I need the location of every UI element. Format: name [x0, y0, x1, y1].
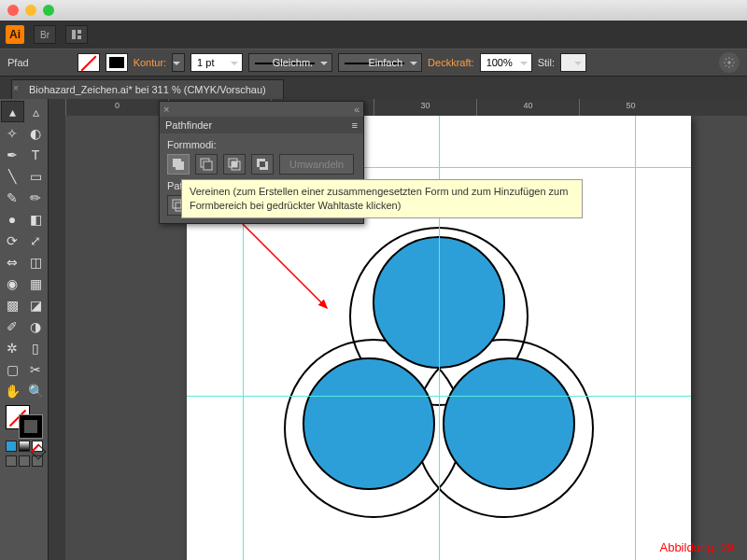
selection-tool[interactable]: ▴: [1, 101, 24, 122]
panel-collapse-icon[interactable]: «: [354, 104, 359, 115]
ruler-mark: 0: [65, 99, 168, 116]
ruler-mark: 50: [579, 99, 682, 116]
style-label: Stil:: [538, 57, 555, 68]
panel-title: Pathfinder: [165, 119, 212, 131]
perspective-grid-tool[interactable]: ▦: [24, 273, 48, 294]
svg-rect-19: [260, 161, 265, 167]
zoom-tool[interactable]: 🔍: [24, 380, 48, 401]
panel-options-button[interactable]: [719, 52, 740, 73]
panel-title-bar[interactable]: Pathfinder ≡: [160, 117, 363, 133]
minus-front-button[interactable]: [195, 154, 218, 175]
stroke-label: Kontur:: [134, 57, 166, 68]
selection-type-label: Pfad: [7, 57, 29, 68]
figure-label: Abbildung: 29: [659, 540, 734, 554]
line-tool[interactable]: ╲: [1, 165, 24, 187]
app-menubar: Ai Br: [0, 21, 747, 49]
svg-rect-2: [78, 35, 81, 39]
width-tool[interactable]: ⇔: [1, 251, 24, 273]
graphic-style-dropdown[interactable]: [560, 53, 586, 72]
guide-vertical[interactable]: [635, 116, 636, 560]
expand-button[interactable]: Umwandeln: [279, 154, 354, 175]
direct-selection-tool[interactable]: ▵: [24, 101, 48, 122]
mesh-tool[interactable]: ▩: [1, 294, 24, 315]
unite-button[interactable]: [167, 154, 190, 175]
symbol-sprayer-tool[interactable]: ✲: [1, 337, 24, 358]
rectangle-tool[interactable]: ▭: [24, 165, 48, 187]
fill-stroke-colors[interactable]: [6, 405, 43, 439]
svg-point-9: [444, 358, 574, 489]
document-tab-bar: × Biohazard_Zeichen.ai* bei 311 % (CMYK/…: [0, 77, 747, 99]
fill-swatch[interactable]: [78, 53, 100, 72]
rotate-tool[interactable]: ⟳: [1, 230, 24, 251]
paintbrush-tool[interactable]: ✎: [1, 187, 24, 208]
eyedropper-tool[interactable]: ✐: [1, 315, 24, 337]
svg-rect-16: [232, 161, 237, 167]
free-transform-tool[interactable]: ◫: [24, 251, 48, 273]
shape-modes-label: Formmodi:: [167, 139, 356, 150]
blob-brush-tool[interactable]: ●: [1, 208, 24, 230]
tooltip: Vereinen (zum Erstellen einer zusammenge…: [181, 179, 583, 218]
hand-tool[interactable]: ✋: [1, 380, 24, 401]
panel-close-icon[interactable]: ×: [163, 104, 169, 115]
document-tab[interactable]: × Biohazard_Zeichen.ai* bei 311 % (CMYK/…: [11, 79, 284, 99]
type-tool[interactable]: T: [24, 144, 48, 165]
svg-rect-13: [204, 161, 212, 170]
close-window-button[interactable]: [7, 5, 19, 16]
gradient-tool[interactable]: ◪: [24, 294, 48, 315]
app-logo: Ai: [6, 25, 24, 44]
artboard-tool[interactable]: ▢: [1, 358, 24, 380]
svg-rect-0: [72, 30, 76, 39]
pen-tool[interactable]: ✒: [1, 144, 24, 165]
window-titlebar: [0, 0, 747, 21]
control-bar: Pfad Kontur: 1 pt Gleichm. Einfach Deckk…: [0, 49, 747, 77]
ruler-mark: 30: [374, 99, 476, 116]
svg-point-3: [727, 61, 731, 64]
opacity-dropdown[interactable]: 100%: [480, 53, 532, 72]
variable-width-profile-dropdown[interactable]: Gleichm.: [248, 53, 332, 72]
opacity-label: Deckkraft:: [428, 57, 474, 68]
scale-tool[interactable]: ⤢: [24, 230, 48, 251]
column-graph-tool[interactable]: ▯: [24, 337, 48, 358]
minimize-window-button[interactable]: [25, 5, 36, 16]
exclude-button[interactable]: [251, 154, 274, 175]
color-mode-buttons[interactable]: [6, 441, 43, 452]
close-tab-icon[interactable]: ×: [10, 83, 21, 93]
vertical-ruler: [49, 99, 65, 560]
arrange-documents-button[interactable]: [65, 25, 88, 44]
svg-rect-20: [173, 200, 181, 208]
eraser-tool[interactable]: ◧: [24, 208, 48, 230]
bridge-button[interactable]: Br: [34, 25, 56, 44]
magic-wand-tool[interactable]: ✧: [1, 122, 24, 144]
maximize-window-button[interactable]: [43, 5, 54, 16]
svg-rect-11: [176, 161, 184, 170]
stroke-weight-dropdown[interactable]: 1 pt: [190, 53, 243, 72]
svg-rect-1: [78, 30, 81, 34]
document-tab-title: Biohazard_Zeichen.ai* bei 311 % (CMYK/Vo…: [29, 84, 266, 95]
workspace: ▴▵ ✧◐ ✒T ╲▭ ✎✏ ●◧ ⟳⤢ ⇔◫ ◉▦ ▩◪ ✐◑ ✲▯ ▢✂ ✋…: [0, 99, 747, 560]
tools-panel: ▴▵ ✧◐ ✒T ╲▭ ✎✏ ●◧ ⟳⤢ ⇔◫ ◉▦ ▩◪ ✐◑ ✲▯ ▢✂ ✋…: [0, 99, 49, 560]
stroke-arrow-button[interactable]: [172, 53, 185, 72]
lasso-tool[interactable]: ◐: [24, 122, 48, 144]
pencil-tool[interactable]: ✏: [24, 187, 48, 208]
blend-tool[interactable]: ◑: [24, 315, 48, 337]
brush-definition-dropdown[interactable]: Einfach: [338, 53, 422, 72]
stroke-swatch[interactable]: [106, 53, 128, 72]
ruler-mark: 40: [476, 99, 579, 116]
panel-menu-icon[interactable]: ≡: [352, 119, 358, 131]
slice-tool[interactable]: ✂: [24, 358, 48, 380]
svg-point-8: [303, 358, 434, 489]
shape-builder-tool[interactable]: ◉: [1, 273, 24, 294]
intersect-button[interactable]: [223, 154, 246, 175]
